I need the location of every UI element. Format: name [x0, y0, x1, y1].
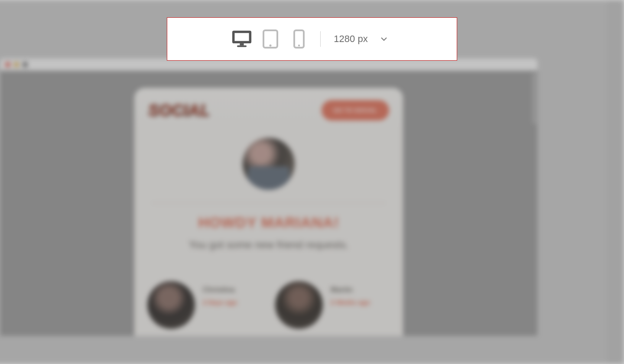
traffic-light-minimize-icon	[14, 62, 19, 67]
chevron-down-icon	[380, 35, 388, 43]
mobile-icon	[293, 29, 305, 49]
greeting: HOWDY MARIANA!	[152, 214, 386, 231]
traffic-light-close-icon	[5, 62, 10, 67]
friend-time: 2 Weeks ago	[331, 299, 370, 306]
svg-rect-2	[240, 43, 244, 46]
friend-time: 2 Days ago	[203, 299, 237, 306]
mobile-view-button[interactable]	[289, 29, 309, 49]
svg-point-7	[298, 45, 300, 46]
desktop-icon	[232, 30, 252, 48]
subheading: You got some new friend requests.	[152, 239, 386, 251]
avatar	[275, 281, 323, 329]
browser-frame: SOCIAL GO TO SOCIAL HOWDY MARIANA! You g…	[0, 58, 537, 336]
desktop-view-button[interactable]	[232, 29, 252, 49]
friend-info: Martin 2 Weeks ago	[331, 281, 370, 306]
svg-rect-3	[237, 46, 247, 47]
browser-viewport: SOCIAL GO TO SOCIAL HOWDY MARIANA! You g…	[0, 71, 537, 336]
tablet-view-button[interactable]	[260, 29, 280, 49]
tablet-icon	[263, 29, 278, 49]
svg-point-5	[270, 45, 272, 47]
avatar	[147, 281, 195, 329]
list-item: Christina 2 Days ago	[147, 281, 262, 329]
email-hero: HOWDY MARIANA! You got some new friend r…	[134, 129, 403, 273]
viewport-width-select[interactable]: 1280 px	[334, 33, 392, 45]
email-header: SOCIAL GO TO SOCIAL	[134, 88, 403, 129]
friend-name: Christina	[203, 286, 237, 294]
scrollbar[interactable]	[532, 72, 536, 124]
email-card: SOCIAL GO TO SOCIAL HOWDY MARIANA! You g…	[134, 88, 403, 336]
divider	[152, 203, 386, 203]
friends-row: Christina 2 Days ago Martin 2 Weeks ago	[134, 273, 403, 329]
go-to-social-button[interactable]: GO TO SOCIAL	[322, 100, 389, 120]
viewport-width-label: 1280 px	[334, 33, 367, 45]
logo: SOCIAL	[148, 101, 210, 120]
friend-name: Martin	[331, 286, 370, 294]
device-preview-toolbar: 1280 px	[167, 17, 457, 61]
friend-info: Christina 2 Days ago	[203, 281, 237, 306]
traffic-light-zoom-icon	[23, 62, 28, 67]
svg-rect-1	[235, 33, 249, 41]
list-item: Martin 2 Weeks ago	[275, 281, 390, 329]
toolbar-divider	[320, 31, 321, 47]
avatar	[243, 138, 295, 190]
